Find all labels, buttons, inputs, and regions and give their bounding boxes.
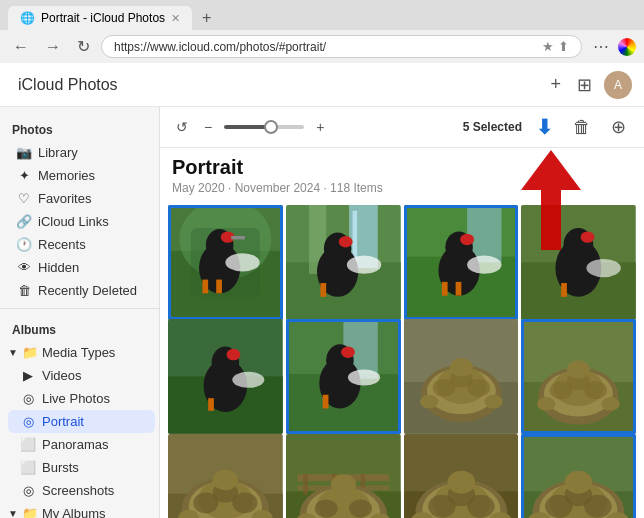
photo-cell-7[interactable] — [404, 319, 519, 434]
svg-point-20 — [347, 255, 381, 273]
back-button[interactable]: ← — [8, 36, 34, 58]
avatar[interactable]: A — [604, 71, 632, 99]
sidebar-item-favorites[interactable]: ♡ Favorites — [4, 187, 155, 210]
media-types-arrow: ▼ — [8, 347, 18, 358]
tab-label: Portrait - iCloud Photos — [41, 11, 165, 25]
albums-section-title: Albums — [0, 315, 159, 341]
svg-point-29 — [467, 255, 501, 273]
svg-point-60 — [449, 358, 472, 376]
sidebar-divider — [0, 308, 159, 309]
svg-point-97 — [331, 474, 356, 495]
portrait-icon: ◎ — [20, 414, 36, 429]
extensions-button[interactable]: ⋯ — [588, 35, 614, 58]
sidebar-item-live-photos[interactable]: ◎ Live Photos — [8, 387, 155, 410]
svg-point-26 — [460, 234, 474, 245]
sidebar-item-bursts[interactable]: ⬜ Bursts — [8, 456, 155, 479]
svg-rect-28 — [455, 282, 461, 296]
address-bar[interactable]: https://www.icloud.com/photos/#portrait/… — [101, 35, 582, 58]
photo-cell-10[interactable] — [286, 434, 401, 518]
new-tab-button[interactable]: + — [196, 9, 217, 27]
photo-cell-1[interactable] — [168, 205, 283, 320]
svg-point-71 — [567, 361, 590, 379]
sidebar-label-videos: Videos — [42, 368, 82, 383]
svg-point-108 — [447, 470, 475, 493]
sidebar-item-panoramas[interactable]: ⬜ Panoramas — [8, 433, 155, 456]
grid-button[interactable]: ⊞ — [573, 70, 596, 100]
album-group-media-types[interactable]: ▼ 📁 Media Types — [0, 341, 159, 364]
rotate-button[interactable]: ↺ — [172, 117, 192, 137]
photo-cell-9[interactable] — [168, 434, 283, 518]
photo-cell-6[interactable] — [286, 319, 401, 434]
add-button[interactable]: + — [546, 70, 565, 99]
svg-rect-15 — [352, 211, 357, 263]
sidebar-item-hidden[interactable]: 👁 Hidden — [4, 256, 155, 279]
delete-button[interactable]: 🗑 — [567, 115, 597, 140]
sidebar-label-library: Library — [38, 145, 78, 160]
profile-icon[interactable] — [618, 38, 636, 56]
album-group-my-albums[interactable]: ▼ 📁 My Albums — [0, 502, 159, 518]
sidebar-item-icloud-links[interactable]: 🔗 iCloud Links — [4, 210, 155, 233]
svg-point-73 — [602, 397, 620, 411]
sidebar-item-recents[interactable]: 🕐 Recents — [4, 233, 155, 256]
tab-bar: 🌐 Portrait - iCloud Photos ✕ + — [0, 0, 644, 30]
library-icon: 📷 — [16, 145, 32, 160]
svg-rect-89 — [303, 474, 308, 495]
sidebar-label-favorites: Favorites — [38, 191, 91, 206]
svg-point-49 — [341, 347, 355, 358]
app-header: iCloud Photos + ⊞ A — [0, 63, 644, 107]
sidebar-label-panoramas: Panoramas — [42, 437, 108, 452]
sidebar-item-library[interactable]: 📷 Library — [4, 141, 155, 164]
svg-point-34 — [581, 231, 595, 242]
videos-icon: ▶ — [20, 368, 36, 383]
sidebar-label-recents: Recents — [38, 237, 86, 252]
media-types-icon: 📁 — [22, 345, 38, 360]
sidebar-label-bursts: Bursts — [42, 460, 79, 475]
tab-favicon: 🌐 — [20, 11, 35, 25]
svg-rect-50 — [322, 395, 328, 409]
photo-grid — [160, 201, 644, 518]
recently-deleted-icon: 🗑 — [16, 283, 32, 298]
nav-bar: ← → ↻ https://www.icloud.com/photos/#por… — [0, 30, 644, 63]
svg-rect-19 — [320, 283, 326, 297]
avatar-initial: A — [614, 78, 622, 92]
my-albums-icon: 📁 — [22, 506, 38, 518]
refresh-button[interactable]: ↻ — [72, 35, 95, 58]
sidebar-label-memories: Memories — [38, 168, 95, 183]
sidebar-item-recently-deleted[interactable]: 🗑 Recently Deleted — [4, 279, 155, 302]
photo-cell-8[interactable] — [521, 319, 636, 434]
tab-close-btn[interactable]: ✕ — [171, 12, 180, 25]
favorites-icon: ♡ — [16, 191, 32, 206]
sidebar-label-hidden: Hidden — [38, 260, 79, 275]
photo-cell-5[interactable] — [168, 319, 283, 434]
svg-point-82 — [213, 469, 238, 490]
zoom-slider[interactable] — [224, 125, 304, 129]
recents-icon: 🕐 — [16, 237, 32, 252]
download-button[interactable]: ⬇ — [530, 113, 559, 141]
active-tab[interactable]: 🌐 Portrait - iCloud Photos ✕ — [8, 6, 192, 30]
photo-cell-2[interactable] — [286, 205, 401, 320]
more-button[interactable]: ⊕ — [605, 114, 632, 140]
sidebar-label-portrait: Portrait — [42, 414, 84, 429]
photo-cell-12[interactable] — [521, 434, 636, 518]
media-types-label: Media Types — [42, 345, 115, 360]
svg-point-36 — [587, 259, 621, 277]
photo-cell-3[interactable] — [404, 205, 519, 320]
toolbar: ↺ − + 5 Selected ⬇ 🗑 ⊕ — [160, 107, 644, 148]
svg-point-95 — [314, 499, 337, 517]
svg-rect-42 — [208, 399, 214, 412]
sidebar-item-memories[interactable]: ✦ Memories — [4, 164, 155, 187]
main-content: ↺ − + 5 Selected ⬇ 🗑 ⊕ Portrait May 2020… — [160, 107, 644, 518]
zoom-minus-button[interactable]: − — [200, 117, 216, 137]
sidebar-item-portrait[interactable]: ◎ Portrait — [8, 410, 155, 433]
svg-point-72 — [537, 397, 555, 411]
svg-point-41 — [227, 349, 241, 360]
zoom-plus-button[interactable]: + — [312, 117, 328, 137]
photo-cell-11[interactable] — [404, 434, 519, 518]
url-text: https://www.icloud.com/photos/#portrait/ — [114, 40, 542, 54]
sidebar-item-screenshots[interactable]: ◎ Screenshots — [8, 479, 155, 502]
sidebar-label-live-photos: Live Photos — [42, 391, 110, 406]
sidebar-item-videos[interactable]: ▶ Videos — [8, 364, 155, 387]
photo-cell-4[interactable] — [521, 205, 636, 320]
svg-rect-8 — [202, 280, 208, 294]
forward-button[interactable]: → — [40, 36, 66, 58]
